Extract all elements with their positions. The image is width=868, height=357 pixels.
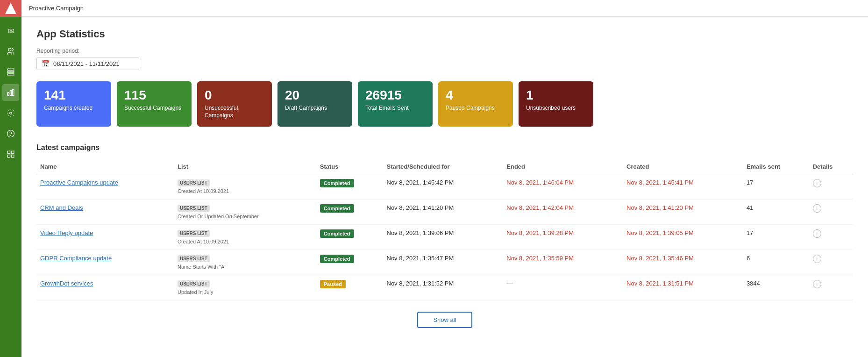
status-badge: Completed — [320, 204, 354, 213]
stat-card: 0 Unsuccessful Campaigns — [197, 81, 272, 127]
stat-card: 4 Paused Campaigns — [438, 81, 513, 127]
stat-card: 141 Campaigns created — [36, 81, 111, 127]
campaign-list-cell: USERS LIST Created At 10.09.2021 — [174, 174, 316, 200]
sidebar: ✉ — [0, 0, 21, 357]
date-range-input[interactable]: 📅 08/11/2021 - 11/11/2021 — [36, 57, 139, 70]
campaign-link[interactable]: CRM and Deals — [40, 204, 83, 211]
table-row: CRM and Deals USERS LIST Created Or Upda… — [36, 200, 853, 225]
users-list-badge: USERS LIST — [178, 205, 210, 212]
campaign-link[interactable]: GrowthDot services — [40, 280, 93, 287]
table-row: Video Reply update USERS LIST Created At… — [36, 225, 853, 250]
status-badge: Completed — [320, 255, 354, 263]
campaign-name-cell: Video Reply update — [36, 225, 174, 250]
stat-number: 0 — [205, 89, 264, 102]
table-row: GrowthDot services USERS LIST Updated In… — [36, 275, 853, 300]
stat-label: Paused Campaigns — [446, 105, 505, 112]
campaign-ended-cell: Nov 8, 2021, 1:42:04 PM — [503, 200, 623, 225]
stat-card: 26915 Total Emails Sent — [358, 81, 433, 127]
info-icon[interactable]: i — [813, 229, 821, 238]
list-icon[interactable] — [2, 64, 19, 80]
campaign-link[interactable]: Proactive Campaigns update — [40, 179, 118, 186]
list-sub-text: Created Or Updated On September — [178, 214, 259, 219]
svg-point-9 — [11, 135, 11, 136]
stat-card: 20 Draft Campaigns — [277, 81, 352, 127]
campaign-emails-cell: 41 — [743, 200, 809, 225]
campaign-list-cell: USERS LIST Updated In July — [174, 275, 316, 300]
campaign-details-cell: i — [809, 225, 853, 250]
campaign-emails-cell: 6 — [743, 250, 809, 275]
campaign-name-cell: Proactive Campaigns update — [36, 174, 174, 200]
users-list-badge: USERS LIST — [178, 255, 210, 262]
reporting-label: Reporting period: — [36, 48, 853, 54]
question-icon[interactable] — [2, 125, 19, 142]
campaigns-section-title: Latest campaigns — [36, 143, 853, 152]
svg-point-0 — [8, 48, 11, 51]
users-list-badge: USERS LIST — [178, 230, 210, 237]
list-sub-text: Updated In July — [178, 289, 213, 295]
list-sub-text: Name Starts With "A" — [178, 264, 226, 270]
campaign-emails-cell: 17 — [743, 174, 809, 200]
campaign-link[interactable]: GDPR Compliance update — [40, 255, 112, 262]
status-badge: Completed — [320, 179, 354, 187]
table-column-header: Started/Scheduled for — [383, 159, 503, 174]
campaign-status-cell: Completed — [316, 174, 383, 200]
table-column-header: Created — [623, 159, 743, 174]
campaign-ended-cell: Nov 8, 2021, 1:39:28 PM — [503, 225, 623, 250]
campaign-status-cell: Completed — [316, 250, 383, 275]
logo-icon — [5, 3, 16, 14]
table-column-header: List — [174, 159, 316, 174]
campaign-ended-cell: Nov 8, 2021, 1:46:04 PM — [503, 174, 623, 200]
list-sub-text: Created At 10.09.2021 — [178, 188, 229, 194]
ended-link: Nov 8, 2021, 1:46:04 PM — [506, 179, 574, 186]
stat-number: 26915 — [365, 89, 425, 102]
campaign-started-cell: Nov 8, 2021, 1:35:47 PM — [383, 250, 503, 275]
bar-chart-icon[interactable] — [2, 84, 19, 101]
stats-row: 141 Campaigns created 115 Successful Cam… — [36, 81, 853, 127]
table-column-header: Details — [809, 159, 853, 174]
campaign-status-cell: Completed — [316, 200, 383, 225]
status-badge: Paused — [320, 280, 346, 288]
campaign-link[interactable]: Video Reply update — [40, 229, 93, 236]
stat-label: Unsuccessful Campaigns — [205, 105, 264, 119]
created-link: Nov 8, 2021, 1:39:05 PM — [626, 229, 694, 236]
stat-number: 141 — [44, 89, 104, 102]
gear-icon[interactable] — [2, 105, 19, 121]
date-range-value: 08/11/2021 - 11/11/2021 — [53, 60, 120, 67]
info-icon[interactable]: i — [813, 204, 821, 213]
topbar: Proactive Campaign — [21, 0, 868, 17]
ended-link: Nov 8, 2021, 1:39:28 PM — [506, 229, 574, 236]
stat-label: Total Emails Sent — [365, 105, 425, 112]
table-column-header: Name — [36, 159, 174, 174]
svg-rect-6 — [13, 89, 14, 96]
campaign-started-cell: Nov 8, 2021, 1:31:52 PM — [383, 275, 503, 300]
status-badge: Completed — [320, 229, 354, 238]
users-icon[interactable] — [2, 43, 19, 60]
campaign-list-cell: USERS LIST Name Starts With "A" — [174, 250, 316, 275]
campaign-status-cell: Paused — [316, 275, 383, 300]
mail-icon[interactable]: ✉ — [2, 22, 19, 39]
table-column-header: Emails sent — [743, 159, 809, 174]
page-title: App Statistics — [36, 28, 853, 40]
svg-rect-4 — [7, 93, 9, 96]
info-icon[interactable]: i — [813, 255, 821, 263]
campaign-details-cell: i — [809, 250, 853, 275]
grid-icon[interactable] — [2, 146, 19, 163]
stat-number: 20 — [285, 89, 345, 102]
created-link: Nov 8, 2021, 1:35:46 PM — [626, 255, 694, 262]
campaign-emails-cell: 17 — [743, 225, 809, 250]
stat-label: Campaigns created — [44, 105, 104, 112]
info-icon[interactable]: i — [813, 179, 821, 187]
campaign-created-cell: Nov 8, 2021, 1:31:51 PM — [623, 275, 743, 300]
svg-rect-12 — [7, 155, 10, 157]
show-all-button[interactable]: Show all — [417, 312, 472, 328]
content-area: App Statistics Reporting period: 📅 08/11… — [21, 17, 868, 350]
info-icon[interactable]: i — [813, 280, 821, 288]
svg-rect-3 — [7, 74, 14, 75]
campaign-created-cell: Nov 8, 2021, 1:39:05 PM — [623, 225, 743, 250]
campaign-ended-cell: — — [503, 275, 623, 300]
campaign-list-cell: USERS LIST Created Or Updated On Septemb… — [174, 200, 316, 225]
main-content: Proactive Campaign App Statistics Report… — [21, 0, 868, 357]
svg-point-7 — [10, 112, 12, 114]
campaign-name-cell: GrowthDot services — [36, 275, 174, 300]
svg-rect-13 — [12, 155, 14, 157]
